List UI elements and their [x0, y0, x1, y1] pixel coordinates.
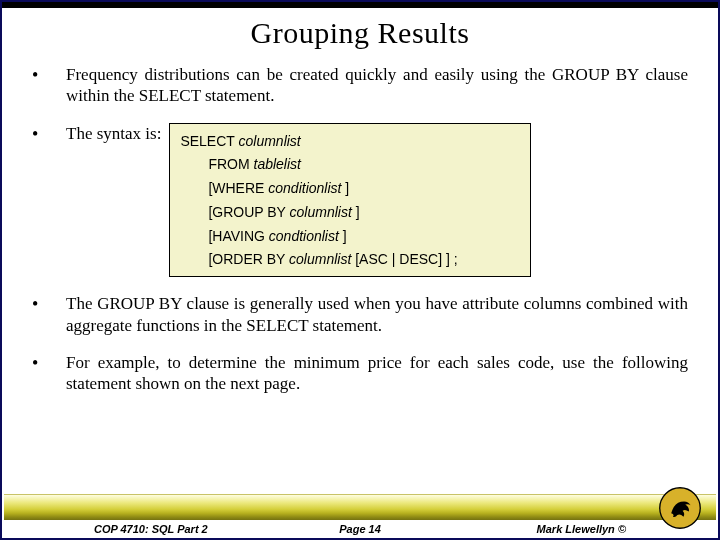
- top-accent-bar: [2, 2, 718, 8]
- code-bracket: ]: [339, 228, 347, 244]
- code-line: SELECT columnlist: [180, 130, 520, 154]
- placeholder-columnlist: columnlist: [239, 133, 301, 149]
- code-bracket: ]: [341, 180, 349, 196]
- bullet-marker: •: [32, 293, 66, 336]
- ucf-pegasus-logo: [658, 486, 702, 530]
- keyword-select: SELECT: [180, 133, 238, 149]
- footer-gradient-bar: [4, 494, 716, 522]
- code-bracket: ]: [352, 204, 360, 220]
- keyword-where: [WHERE: [208, 180, 268, 196]
- syntax-container: The syntax is: SELECT columnlist FROM ta…: [66, 123, 688, 278]
- slide-title: Grouping Results: [2, 16, 718, 50]
- code-line: [HAVING condtionlist ]: [180, 225, 520, 249]
- bullet-row: • Frequency distributions can be created…: [32, 64, 688, 107]
- syntax-lead-text: The syntax is:: [66, 123, 161, 144]
- bullet-marker: •: [32, 123, 66, 278]
- bullet-row: • For example, to determine the minimum …: [32, 352, 688, 395]
- placeholder-condtionlist: condtionlist: [269, 228, 339, 244]
- bullet-marker: •: [32, 352, 66, 395]
- syntax-code-box: SELECT columnlist FROM tablelist [WHERE …: [169, 123, 531, 278]
- code-line: FROM tablelist: [180, 153, 520, 177]
- slide: Grouping Results • Frequency distributio…: [0, 0, 720, 540]
- content-area: • Frequency distributions can be created…: [2, 64, 718, 394]
- keyword-orderby: [ORDER BY: [208, 251, 289, 267]
- code-tail: [ASC | DESC] ] ;: [355, 251, 457, 267]
- code-line: [ORDER BY columnlist [ASC | DESC] ] ;: [180, 248, 520, 272]
- footer-author: Mark Llewellyn ©: [537, 523, 626, 535]
- placeholder-conditionlist: conditionlist: [268, 180, 341, 196]
- bullet-marker: •: [32, 64, 66, 107]
- keyword-groupby: [GROUP BY: [208, 204, 289, 220]
- placeholder-tablelist: tablelist: [254, 156, 301, 172]
- bullet-row: • The syntax is: SELECT columnlist FROM …: [32, 123, 688, 278]
- bullet-text: Frequency distributions can be created q…: [66, 64, 688, 107]
- bullet-text: The GROUP BY clause is generally used wh…: [66, 293, 688, 336]
- footer-text-row: COP 4710: SQL Part 2 Page 14 Mark Llewel…: [4, 520, 716, 538]
- keyword-having: [HAVING: [208, 228, 268, 244]
- placeholder-columnlist: columnlist: [289, 251, 355, 267]
- code-line: [GROUP BY columnlist ]: [180, 201, 520, 225]
- code-line: [WHERE conditionlist ]: [180, 177, 520, 201]
- bullet-text: For example, to determine the minimum pr…: [66, 352, 688, 395]
- keyword-from: FROM: [208, 156, 253, 172]
- footer: COP 4710: SQL Part 2 Page 14 Mark Llewel…: [4, 494, 716, 536]
- bullet-row: • The GROUP BY clause is generally used …: [32, 293, 688, 336]
- placeholder-columnlist: columnlist: [290, 204, 352, 220]
